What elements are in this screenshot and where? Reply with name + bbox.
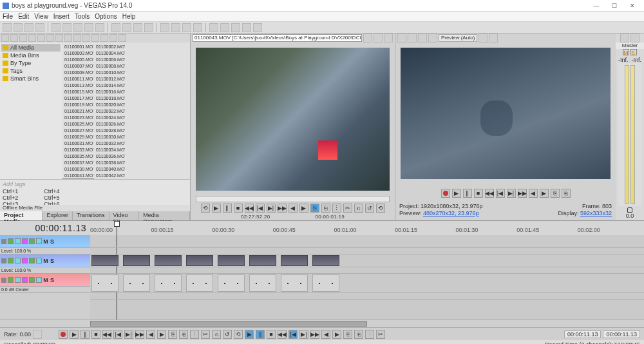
transport-btn-12[interactable]: ⋮ [332,204,341,213]
transport-btn-5[interactable]: |◀ [256,204,265,213]
track-m-button[interactable]: M [43,239,48,244]
video-clip[interactable] [249,255,276,266]
media-tool-5[interactable] [46,34,54,42]
video-clip[interactable] [186,255,213,266]
transport-btn-5[interactable]: |◀ [113,330,122,339]
media-item[interactable]: 01100020.MOV [94,101,126,108]
transport-btn-20[interactable]: ◀◀ [278,330,287,339]
toolbar-btn-9[interactable] [111,23,120,32]
track-btn[interactable] [22,277,28,283]
media-item[interactable]: 01100025.MOV [62,120,94,127]
source-tool-2[interactable] [374,33,383,43]
prog-tool-b[interactable] [408,33,417,43]
media-item[interactable]: 01100014.MOV [94,82,126,88]
menu-edit[interactable]: Edit [18,13,29,20]
tree-item-tags[interactable]: Tags [1,67,61,75]
media-item[interactable]: 01100013.MOV [62,82,94,88]
master-tool-1[interactable] [620,33,629,43]
selection-end[interactable]: 00:00:11.13 [603,330,640,338]
transport-btn-6[interactable]: ▶| [124,330,133,339]
transport-btn-6[interactable]: ▶| [267,204,276,213]
preview-quality-dropdown[interactable]: Preview (Auto) [439,34,477,42]
transport-btn-22[interactable]: ▶| [299,330,308,339]
transport-btn-3[interactable]: ■ [474,189,483,198]
track-btn[interactable] [36,277,42,283]
track-s-button[interactable]: S [50,239,55,244]
track-btn[interactable] [36,258,42,263]
media-item[interactable]: 01100001.MOV [62,43,94,50]
playhead[interactable] [117,221,117,235]
transport-btn-12[interactable]: ⋮ [190,330,199,339]
track-m-button[interactable]: M [43,278,48,283]
close-button[interactable]: ✕ [623,0,641,11]
tag-shortcut[interactable]: Ctrl+4 [44,188,59,195]
media-item[interactable]: 01100010.MOV [94,69,126,75]
toolbar-btn-2[interactable] [24,23,33,32]
source-video[interactable] [196,48,390,191]
track-btn[interactable] [29,258,35,263]
transport-btn-24[interactable]: ◀ [321,330,330,339]
maximize-button[interactable]: ☐ [605,0,623,11]
toolbar-btn-16[interactable] [193,23,202,32]
audio-clip[interactable] [312,274,339,292]
media-item[interactable]: 01100009.MOV [62,69,94,75]
tree-item-smart-bins[interactable]: Smart Bins [1,75,61,82]
transport-btn-5[interactable]: |◀ [496,189,505,198]
source-file-dropdown[interactable]: 01100043.MOV [C:\Users\jscott\Videos\Boy… [193,34,362,42]
prog-tool-e[interactable] [478,33,488,43]
transport-btn-10[interactable]: ⎘ [310,204,319,213]
toolbar-btn-20[interactable] [242,23,251,32]
track-header-2[interactable]: MS [0,254,90,267]
media-item[interactable]: 01100038.MOV [94,159,126,166]
audio-clip[interactable] [123,274,150,292]
transport-btn-9[interactable]: ▶ [157,330,166,339]
toolbar-btn-19[interactable] [231,23,240,32]
disp-val[interactable]: 592x333x32 [580,210,612,216]
transport-btn-9[interactable]: ▶ [540,189,549,198]
toolbar-btn-17[interactable] [209,23,218,32]
toolbar-btn-12[interactable] [144,23,153,32]
transport-btn-8[interactable]: ◀ [289,204,298,213]
prog-tool-a[interactable] [397,33,406,43]
transport-btn-6[interactable]: ▶| [507,189,516,198]
toolbar-btn-6[interactable] [73,23,82,32]
media-tool-9[interactable] [82,34,90,42]
transport-btn-2[interactable]: ‖ [223,204,232,213]
menu-view[interactable]: View [34,13,48,20]
toolbar-btn-0[interactable] [3,23,12,32]
toolbar-btn-5[interactable] [62,23,71,32]
tab-explorer[interactable]: Explorer [43,211,73,220]
track-header-3[interactable]: MS [0,274,90,287]
source-tool-3[interactable] [384,33,393,43]
transport-btn-13[interactable]: ✂ [343,204,352,213]
transport-btn-4[interactable]: ◀◀ [485,189,494,198]
toolbar-btn-8[interactable] [95,23,104,32]
media-item[interactable]: 01100006.MOV [94,56,126,62]
video-clip[interactable] [91,255,118,266]
audio-clip[interactable] [155,274,182,292]
media-item[interactable]: 01100008.MOV [94,62,126,69]
master-tool-2[interactable] [630,33,639,43]
transport-btn-3[interactable]: ■ [91,330,100,339]
track-s-button[interactable]: S [50,278,55,283]
track-btn[interactable] [22,258,28,263]
transport-btn-26[interactable]: ⎘ [343,330,352,339]
program-video[interactable] [401,48,611,179]
track-row[interactable] [90,274,644,293]
transport-btn-8[interactable]: ◀ [529,189,538,198]
track-btn[interactable] [8,258,14,263]
master-meters[interactable] [618,63,641,206]
scroll-thumb[interactable] [90,321,367,327]
transport-btn-7[interactable]: ▶▶ [278,204,287,213]
media-item[interactable]: 01100017.MOV [62,95,94,101]
transport-btn-11[interactable]: ⎗ [321,204,330,213]
media-item[interactable]: 01100041.MOV [62,172,94,178]
toolbar-btn-10[interactable] [122,23,131,32]
media-item[interactable]: 01100022.MOV [94,108,126,114]
menu-options[interactable]: Options [95,13,117,20]
media-tool-10[interactable] [91,34,99,42]
toolbar-btn-3[interactable] [35,23,44,32]
prog-tool-f[interactable] [489,33,498,43]
media-item[interactable]: 01100023.MOV [62,114,94,120]
rate-reset[interactable] [33,330,42,339]
